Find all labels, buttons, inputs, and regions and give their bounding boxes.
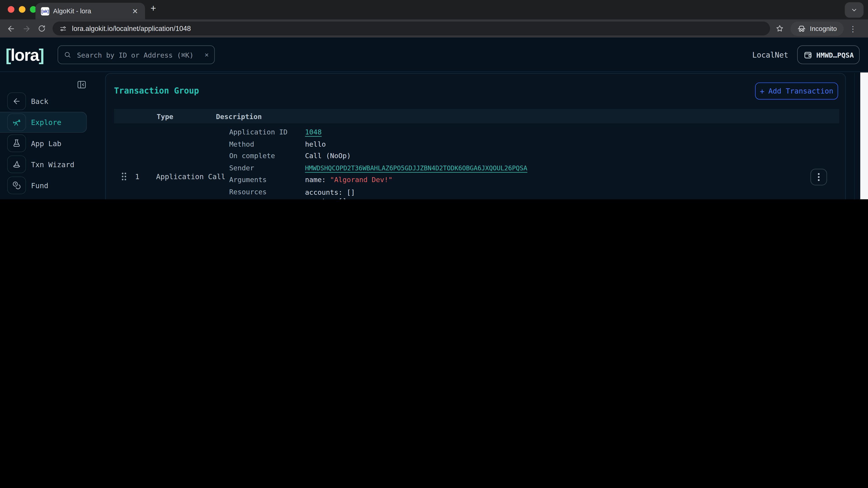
close-window-button[interactable]: [8, 6, 14, 13]
search-box[interactable]: ✕: [58, 45, 215, 64]
sidebar-item-fund[interactable]: Fund: [0, 175, 93, 196]
resources-label: Resources: [229, 188, 305, 199]
method-label: Method: [229, 140, 305, 148]
incognito-badge: Incognito: [790, 21, 843, 36]
tab-search-button[interactable]: [845, 2, 864, 18]
plus-icon: +: [760, 87, 765, 95]
search-input[interactable]: [76, 50, 200, 60]
screen: [ak] AlgoKit - lora ✕ + lora.algokit.io/…: [0, 0, 868, 199]
url-text[interactable]: lora.algokit.io/localnet/application/104…: [72, 25, 191, 32]
bookmark-star-icon[interactable]: [776, 24, 784, 33]
new-tab-button[interactable]: +: [151, 3, 156, 14]
row-index: 1: [135, 173, 140, 181]
page-scrollbar[interactable]: [860, 72, 868, 199]
arrow-left-icon: [7, 92, 26, 110]
table-header: Type Description: [114, 109, 839, 123]
chevron-down-icon: [850, 6, 858, 14]
search-icon: [64, 51, 71, 59]
sidebar-nav: Back Explore App Lab Txn Wizard Fund: [0, 91, 93, 196]
row-type: Application Call: [156, 173, 225, 181]
sidebar-item-txn-wizard[interactable]: Txn Wizard: [0, 154, 93, 175]
application-id-link[interactable]: 1048: [305, 128, 322, 136]
sidebar-collapse-button[interactable]: [76, 80, 87, 90]
sidebar-item-app-lab[interactable]: App Lab: [0, 133, 93, 154]
browser-toolbar: lora.algokit.io/localnet/application/104…: [0, 20, 868, 38]
lora-logo[interactable]: [lora]: [5, 46, 43, 65]
coins-icon: [7, 176, 26, 194]
sidebar-item-explore[interactable]: Explore: [0, 112, 87, 133]
minimize-window-button[interactable]: [19, 6, 25, 13]
forward-nav-button[interactable]: [22, 24, 31, 33]
row-description-fields: Application ID1048 Methodhello On comple…: [229, 128, 527, 199]
app-page: [lora] ✕ LocalNet HMWD…PQSA Back Ex: [0, 38, 868, 199]
address-bar[interactable]: lora.algokit.io/localnet/application/104…: [53, 22, 770, 35]
content-outline: [854, 73, 855, 199]
wallet-icon: [803, 50, 813, 60]
incognito-label: Incognito: [810, 25, 837, 32]
site-settings-icon[interactable]: [59, 25, 67, 32]
argument-name: name:: [305, 175, 330, 184]
on-complete-label: On complete: [229, 152, 305, 160]
reload-button[interactable]: [38, 24, 46, 33]
wizard-hat-icon: [7, 156, 26, 173]
browser-tabstrip: [ak] AlgoKit - lora ✕ +: [0, 0, 868, 20]
window-controls[interactable]: [8, 6, 36, 13]
column-type: Type: [157, 112, 174, 121]
sidebar-item-back[interactable]: Back: [0, 91, 93, 112]
tab-favicon: [ak]: [41, 7, 49, 15]
add-transaction-button[interactable]: + Add Transaction: [755, 83, 838, 100]
argument-value: "Algorand Dev!": [330, 175, 393, 184]
row-menu-button[interactable]: [810, 169, 827, 185]
browser-tab[interactable]: [ak] AlgoKit - lora ✕: [35, 3, 145, 19]
tab-title: AlgoKit - lora: [53, 7, 131, 15]
transaction-group-card: Transaction Group + Add Transaction Type…: [105, 73, 846, 199]
telescope-icon: [7, 113, 26, 131]
transaction-row[interactable]: 1 Application Call Application ID1048 Me…: [114, 123, 839, 199]
back-nav-button[interactable]: [6, 24, 16, 33]
transaction-group-title: Transaction Group: [114, 86, 199, 96]
incognito-icon: [797, 24, 806, 33]
sender-link[interactable]: HMWDSHQCOPD2T36WBAHLAZ6PO5GDJJZBN4D2TODK…: [305, 164, 527, 172]
network-label[interactable]: LocalNet: [752, 51, 788, 59]
method-value: hello: [305, 140, 326, 148]
app-header: [lora] ✕ LocalNet HMWD…PQSA: [0, 38, 868, 72]
drag-handle-icon[interactable]: [121, 172, 127, 181]
arguments-label: Arguments: [229, 176, 305, 184]
sender-label: Sender: [229, 164, 305, 172]
wallet-button[interactable]: HMWD…PQSA: [797, 45, 860, 64]
application-id-label: Application ID: [229, 128, 305, 136]
flask-icon: [7, 134, 26, 152]
resources-values: accounts: [] assets: [] applications: []…: [305, 188, 372, 199]
column-description: Description: [216, 112, 262, 121]
panel-collapse-icon: [76, 80, 87, 90]
on-complete-value: Call (NoOp): [305, 152, 351, 160]
search-clear-icon[interactable]: ✕: [205, 51, 209, 59]
browser-menu-icon[interactable]: ⋮: [849, 24, 857, 33]
tab-close-icon[interactable]: ✕: [131, 7, 140, 15]
